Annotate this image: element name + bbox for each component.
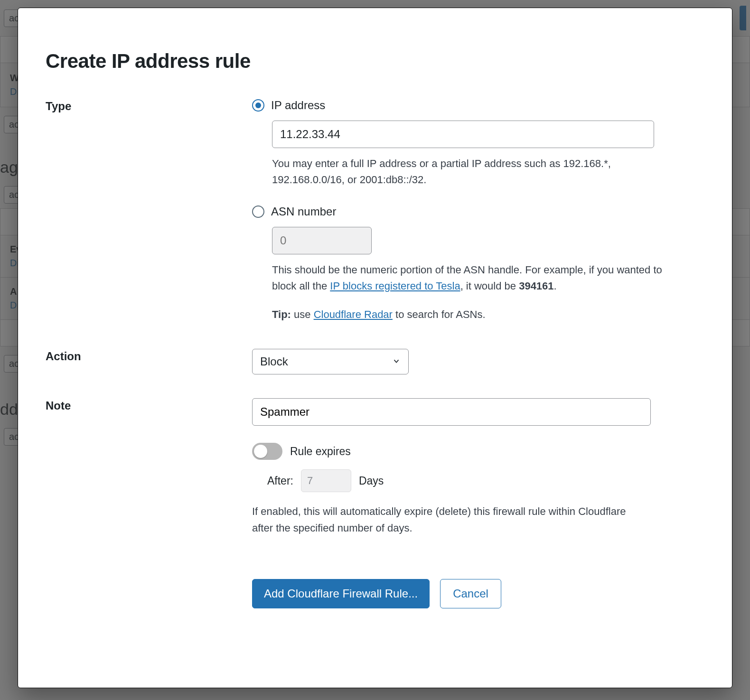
expires-help-text: If enabled, this will automatically expi… <box>252 504 641 536</box>
type-radiogroup: IP address You may enter a full IP addre… <box>252 99 704 323</box>
type-label: Type <box>46 99 252 113</box>
asn-help-text: This should be the numeric portion of th… <box>272 262 666 294</box>
rule-expires-toggle[interactable] <box>252 443 282 460</box>
note-input[interactable] <box>252 398 651 426</box>
cloudflare-radar-link[interactable]: Cloudflare Radar <box>314 308 393 320</box>
chevron-down-icon <box>392 355 401 368</box>
asn-tip-text: Tip: use Cloudflare Radar to search for … <box>272 307 666 323</box>
create-ip-rule-modal: Create IP address rule Type IP address Y… <box>18 8 732 688</box>
days-label: Days <box>359 475 384 487</box>
asn-input[interactable] <box>272 227 372 254</box>
ip-address-radio[interactable] <box>252 99 264 112</box>
rule-expires-label: Rule expires <box>290 445 351 458</box>
ip-address-input[interactable] <box>272 121 654 148</box>
after-label: After: <box>267 475 293 487</box>
cancel-button[interactable]: Cancel <box>440 579 501 608</box>
action-select-value: Block <box>260 355 288 368</box>
action-label: Action <box>46 349 252 363</box>
asn-radio-label: ASN number <box>271 205 336 218</box>
action-select[interactable]: Block <box>252 349 409 374</box>
asn-radio[interactable] <box>252 205 264 218</box>
add-firewall-rule-button[interactable]: Add Cloudflare Firewall Rule... <box>252 579 430 608</box>
ip-address-radio-label: IP address <box>271 99 325 112</box>
type-option-asn: ASN number This should be the numeric po… <box>252 205 704 323</box>
days-input[interactable] <box>301 469 351 492</box>
modal-title: Create IP address rule <box>46 50 704 73</box>
note-label: Note <box>46 398 252 412</box>
tesla-link[interactable]: IP blocks registered to Tesla <box>330 280 460 292</box>
ip-help-text: You may enter a full IP address or a par… <box>272 156 666 188</box>
type-option-ip: IP address You may enter a full IP addre… <box>252 99 704 188</box>
